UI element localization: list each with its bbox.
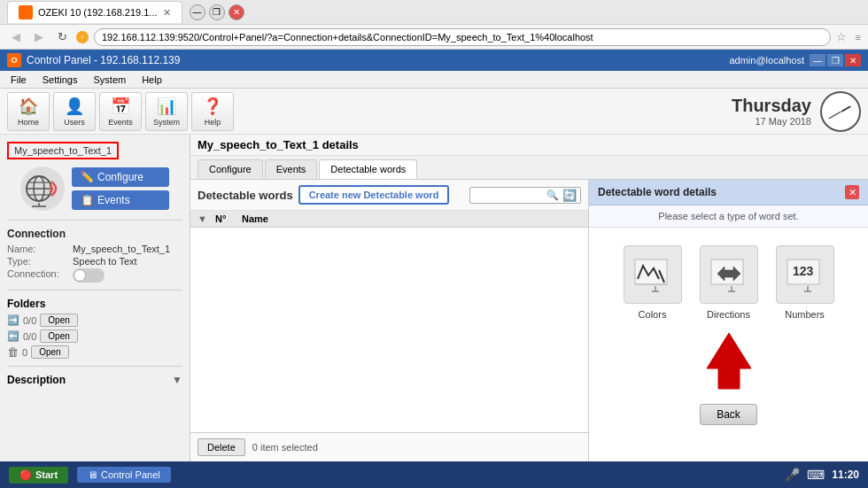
tab-configure[interactable]: Configure [198,159,263,179]
word-type-colors[interactable]: Colors [624,245,682,320]
sidebar-icon-area: ✏️ Configure 📋 Events [7,167,182,211]
inbox-open-btn[interactable]: Open [40,329,77,343]
colors-icon-box [624,245,682,304]
toolbar-help[interactable]: ❓ Help [191,92,234,131]
outbox-icon: ➡️ [7,314,19,326]
right-panel-title: Detectable word details [598,186,717,198]
browser-tab[interactable]: OZEKI 10 (192.168.219.1... ✕ [7,1,182,23]
numbers-icon-box: 123 [776,245,834,304]
tab-detectable-words[interactable]: Detectable words [319,159,417,179]
menu-help[interactable]: Help [135,73,169,87]
toolbar-events[interactable]: 📅 Events [99,92,142,131]
browser-restore[interactable]: ❐ [209,4,225,20]
table-header: ▼ N° Name [190,211,588,228]
app-title-area: O Control Panel - 192.168.112.139 [7,53,180,67]
secure-icon: i [76,31,89,43]
connection-toggle[interactable] [73,268,105,283]
outbox-open-btn[interactable]: Open [40,314,77,327]
colors-label: Colors [639,309,667,320]
sidebar-divider-1 [7,220,182,221]
mic-icon: 🎤 [785,468,800,482]
search-input[interactable] [474,190,545,200]
table-body [190,228,588,432]
red-arrow-svg [694,329,764,391]
create-detectable-word-btn[interactable]: Create new Detectable word [298,185,450,205]
address-bar[interactable] [94,28,831,46]
connection-name-badge[interactable]: My_speech_to_Text_1 [7,142,119,159]
numbers-label: Numbers [785,309,825,320]
bookmark-icon[interactable]: ☆ [836,30,847,43]
outbox-row: ➡️ 0/0 Open [7,314,182,327]
description-section: Description ▼ [7,374,182,386]
toolbar-home-label: Home [18,118,39,127]
toolbar-users[interactable]: 👤 Users [53,92,96,131]
back-button[interactable]: ◀ [7,28,25,46]
menu-file[interactable]: File [4,73,34,87]
inbox-row: ⬅️ 0/0 Open [7,329,182,343]
trash-open-btn[interactable]: Open [31,345,68,359]
inbox-icon: ⬅️ [7,330,19,342]
sidebar-divider-2 [7,290,182,290]
configure-button[interactable]: ✏️ Configure [72,167,169,187]
selection-info: 0 item selected [252,442,318,453]
refresh-icon[interactable]: 🔄 [562,189,577,202]
control-panel-label: Control Panel [101,469,160,480]
description-expand-btn[interactable]: ▼ [172,374,182,386]
search-icon: 🔍 [546,190,559,201]
home-icon: 🏠 [19,97,38,116]
app-favicon [19,5,33,19]
toolbar: 🏠 Home 👤 Users 📅 Events 📊 System ❓ Help … [0,89,868,135]
forward-button[interactable]: ▶ [30,28,48,46]
close-button[interactable]: ✕ [845,54,861,66]
configure-icon: ✏️ [81,171,94,183]
toolbar-events-label: Events [108,118,133,127]
delete-button[interactable]: Delete [198,438,245,456]
events-button[interactable]: 📋 Events [72,190,169,210]
browser-minimize[interactable]: — [190,4,205,20]
extensions-area: ≡ [856,32,861,43]
directions-label: Directions [707,309,750,320]
user-info: admin@localhost [729,55,804,66]
type-label: Type: [7,256,69,267]
back-button[interactable]: Back [700,404,757,425]
col-num-header: N° [215,213,242,224]
word-type-numbers[interactable]: 123 Numbers [776,245,834,320]
menu-system[interactable]: System [86,73,133,87]
app-logo-icon: O [7,53,21,67]
clock-area: Thursday 17 May 2018 [732,91,861,132]
browser-titlebar: OZEKI 10 (192.168.219.1... ✕ — ❐ ✕ [0,0,868,25]
sidebar-divider-3 [7,366,182,367]
full-date: 17 May 2018 [732,116,811,127]
word-type-directions[interactable]: Directions [700,245,758,320]
start-button[interactable]: 🔴 Start [9,467,68,484]
filter-icon[interactable]: ▼ [198,213,215,224]
tab-events[interactable]: Events [265,159,318,179]
word-types-grid: Colors Directions [589,228,868,329]
right-panel-subtitle: Please select a type of word set. [589,205,868,228]
col-name-header: Name [242,213,581,224]
type-row: Type: Speech to Text [7,256,182,267]
tab-title: OZEKI 10 (192.168.219.1... [38,7,158,18]
browser-close[interactable]: ✕ [229,4,244,20]
minimize-button[interactable]: — [810,54,825,66]
directions-icon-box [700,245,758,304]
control-panel-btn[interactable]: 🖥 Control Panel [77,467,171,483]
connection-heading: Connection [7,228,182,240]
app-titlebar: O Control Panel - 192.168.112.139 admin@… [0,50,868,71]
toolbar-users-label: Users [64,118,85,127]
app-title-text: Control Panel - 192.168.112.139 [27,54,180,66]
tab-close[interactable]: ✕ [163,7,171,19]
refresh-button[interactable]: ↻ [53,28,71,46]
restore-button[interactable]: ❐ [827,54,843,66]
trash-icon: 🗑 [7,345,19,359]
sidebar: My_speech_to_Text_1 ✏️ [0,135,190,461]
trash-row: 🗑 0 Open [7,345,182,359]
toolbar-system[interactable]: 📊 System [145,92,188,131]
menu-settings[interactable]: Settings [35,73,85,87]
name-row: Name: My_speech_to_Text_1 [7,244,182,254]
close-panel-btn[interactable]: ✕ [845,185,859,199]
start-icon: 🔴 [19,469,32,481]
events-icon: 📋 [81,194,94,206]
toolbar-home[interactable]: 🏠 Home [7,92,50,131]
trash-count: 0 [22,347,27,358]
